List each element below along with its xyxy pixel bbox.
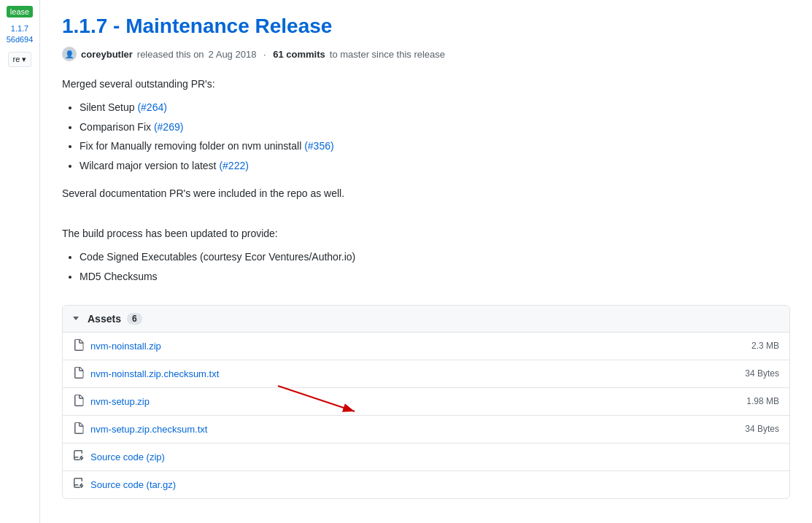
asset-name-link[interactable]: nvm-setup.zip.checksum.txt	[90, 424, 745, 435]
zip-icon	[73, 395, 85, 408]
merged-text: Merged several outstanding PR's:	[62, 76, 790, 92]
release-title: 1.1.7 - Maintenance Release	[62, 15, 790, 38]
asset-row: nvm-setup.zip 1.98 MB	[63, 388, 789, 416]
asset-row: Source code (tar.gz)	[63, 471, 789, 498]
sidebar: lease 1.1.7 56d694 re ▾	[0, 0, 40, 523]
commits-link[interactable]: 61 commits	[273, 49, 325, 60]
pr-222-link[interactable]: (#222)	[219, 160, 248, 171]
pr-264-link[interactable]: (#264)	[137, 101, 166, 113]
assets-label: Assets	[88, 313, 121, 325]
asset-size: 34 Bytes	[745, 368, 779, 379]
asset-size: 2.3 MB	[751, 341, 779, 351]
assets-section: Assets 6 nvm-noinstall.zip 2.3 MB nvm-no…	[62, 305, 790, 499]
assets-header[interactable]: Assets 6	[63, 306, 789, 333]
asset-name-link[interactable]: nvm-noinstall.zip	[90, 341, 751, 352]
zip-icon	[73, 422, 85, 436]
asset-row: Source code (zip)	[63, 443, 789, 471]
asset-row: nvm-setup.zip.checksum.txt 34 Bytes	[63, 416, 789, 443]
chevron-down-icon: ▾	[22, 55, 26, 64]
asset-size: 34 Bytes	[745, 424, 779, 434]
chevron-down-icon	[73, 317, 79, 320]
source-icon	[73, 450, 85, 464]
build-text: The build process has been updated to pr…	[62, 225, 790, 241]
release-action: released this on	[137, 49, 204, 60]
asset-name-link[interactable]: nvm-setup.zip	[90, 396, 746, 407]
release-meta: 👤 coreybutler released this on 2 Aug 201…	[62, 47, 790, 61]
build-list: Code Signed Executables (courtesy Ecor V…	[80, 249, 790, 284]
pr-269-link[interactable]: (#269)	[154, 121, 183, 133]
author-link[interactable]: coreybutler	[81, 49, 133, 60]
source-icon	[73, 478, 85, 492]
asset-row: nvm-noinstall.zip 2.3 MB	[63, 333, 789, 360]
sidebar-compare-button[interactable]: re ▾	[8, 52, 32, 67]
sidebar-compare-label: re	[13, 55, 20, 63]
asset-row: nvm-noinstall.zip.checksum.txt 34 Bytes	[63, 360, 789, 388]
list-item: Silent Setup (#264)	[80, 99, 790, 115]
asset-name-link[interactable]: nvm-noinstall.zip.checksum.txt	[90, 368, 745, 379]
list-item: Code Signed Executables (courtesy Ecor V…	[80, 249, 790, 265]
main-content: 1.1.7 - Maintenance Release 👤 coreybutle…	[40, 0, 812, 523]
docs-text: Several documentation PR's were included…	[62, 185, 790, 201]
list-item: MD5 Checksums	[80, 268, 790, 284]
list-item: Fix for Manually removing folder on nvm …	[80, 138, 790, 154]
release-body: Merged several outstanding PR's: Silent …	[62, 76, 790, 284]
pr-356-link[interactable]: (#356)	[304, 140, 333, 152]
commits-suffix: to master since this release	[330, 49, 445, 60]
asset-size: 1.98 MB	[746, 396, 779, 406]
list-item: Wilcard major version to latest (#222)	[80, 158, 790, 174]
list-item: Comparison Fix (#269)	[80, 119, 790, 135]
asset-name-link[interactable]: Source code (zip)	[90, 452, 779, 462]
pr-list: Silent Setup (#264) Comparison Fix (#269…	[80, 99, 790, 174]
asset-name-link[interactable]: Source code (tar.gz)	[90, 479, 779, 490]
release-date: 2 Aug 2018	[209, 49, 257, 60]
assets-count-badge: 6	[127, 313, 142, 325]
sidebar-version[interactable]: 1.1.7 56d694	[4, 23, 36, 46]
zip-icon	[73, 367, 85, 381]
zip-icon	[73, 339, 85, 353]
author-avatar: 👤	[62, 47, 77, 61]
sidebar-tag[interactable]: lease	[7, 6, 33, 18]
